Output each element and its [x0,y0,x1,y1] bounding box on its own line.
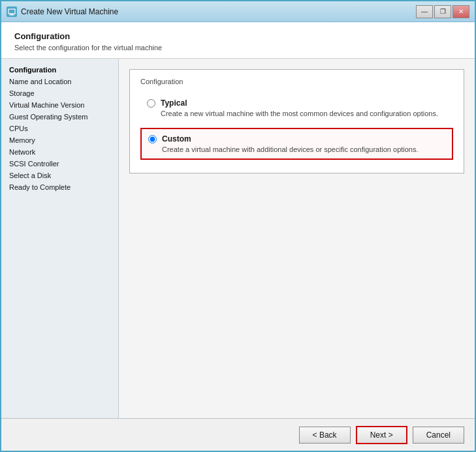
typical-label-group: Typical Create a new virtual machine wit… [161,98,438,117]
cancel-button[interactable]: Cancel [413,427,464,444]
page-subtitle: Select the configuration for the virtual… [14,44,462,52]
custom-option[interactable]: Custom Create a virtual machine with add… [140,128,453,160]
svg-rect-1 [10,14,13,15]
sidebar-item-name-location[interactable]: Name and Location [1,76,118,87]
custom-radio[interactable] [148,135,157,143]
title-bar: Create New Virtual Machine — ❐ ✕ [1,1,475,22]
page-title: Configuration [14,31,462,41]
typical-title: Typical [161,98,438,108]
sidebar-item-ready[interactable]: Ready to Complete [1,181,118,193]
title-bar-left: Create New Virtual Machine [7,7,118,17]
vm-icon [7,7,17,17]
main-content: Configuration Typical Create a new virtu… [119,59,475,418]
typical-radio[interactable] [147,99,155,108]
restore-button[interactable]: ❐ [434,5,451,18]
sidebar-item-configuration[interactable]: Configuration [1,64,118,76]
sidebar-item-storage[interactable]: Storage [1,87,118,99]
sidebar-item-memory[interactable]: Memory [1,134,118,146]
config-group: Configuration Typical Create a new virtu… [129,69,464,173]
header-section: Configuration Select the configuration f… [1,22,475,59]
footer: < Back Next > Cancel [1,418,475,451]
config-group-label: Configuration [140,78,453,85]
sidebar: Configuration Name and Location Storage … [1,59,119,418]
sidebar-item-guest-os[interactable]: Guest Operating System [1,111,118,123]
sidebar-item-network[interactable]: Network [1,146,118,158]
back-button[interactable]: < Back [299,427,351,444]
custom-desc: Create a virtual machine with additional… [162,145,419,153]
typical-desc: Create a new virtual machine with the mo… [161,110,438,117]
sidebar-item-cpus[interactable]: CPUs [1,123,118,134]
svg-rect-0 [8,9,15,14]
title-bar-buttons: — ❐ ✕ [416,5,469,18]
svg-rect-2 [9,14,14,15]
content-area: Configuration Name and Location Storage … [1,59,475,418]
next-button[interactable]: Next > [356,426,407,444]
close-button[interactable]: ✕ [452,5,469,18]
minimize-button[interactable]: — [416,5,433,18]
main-window: Create New Virtual Machine — ❐ ✕ Configu… [0,0,476,452]
sidebar-item-scsi[interactable]: SCSI Controller [1,158,118,170]
sidebar-item-vm-version[interactable]: Virtual Machine Version [1,99,118,111]
sidebar-item-disk[interactable]: Select a Disk [1,170,118,181]
typical-option[interactable]: Typical Create a new virtual machine wit… [140,93,453,123]
custom-label-group: Custom Create a virtual machine with add… [162,134,419,153]
window-title: Create New Virtual Machine [21,7,118,16]
custom-title: Custom [162,134,419,143]
